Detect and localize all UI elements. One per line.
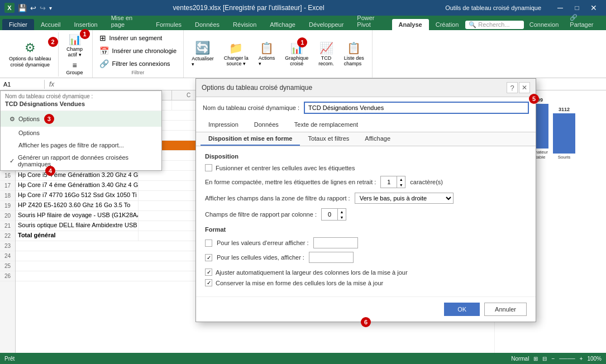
row-num: 22 xyxy=(0,231,15,241)
action-button[interactable]: 📋 Actions▾ xyxy=(255,39,279,69)
dialog-title: Options du tableau croisé dynamique xyxy=(202,84,312,92)
badge-5: 5 xyxy=(529,94,539,104)
status-layout[interactable]: ⊞ xyxy=(533,356,538,362)
colonne-spinner[interactable]: ▲ ▼ xyxy=(321,208,346,221)
recommended-button[interactable]: 📈 TCDrecom. xyxy=(315,39,337,69)
dialog: Options du tableau croisé dynamique ? ✕ … xyxy=(195,78,536,322)
status-zoom-in[interactable]: + xyxy=(580,356,583,362)
tab-developpeur[interactable]: Développeur xyxy=(302,19,350,30)
tab-analyse[interactable]: Analyse xyxy=(392,19,429,30)
tab-insertion[interactable]: Insertion xyxy=(67,19,104,30)
dropdown-item-options[interactable]: Options xyxy=(1,127,161,139)
annuler-button[interactable]: Annuler xyxy=(484,303,527,316)
quick-access-save[interactable]: 💾 xyxy=(18,4,27,12)
section-format-title: Format xyxy=(205,226,527,233)
refresh-button[interactable]: 🔄 Actualiser▾ xyxy=(188,39,217,69)
dialog-footer: 6 OK Annuler xyxy=(196,296,536,322)
title-bar-left: X 💾 ↩ ↪ ▾ xyxy=(4,3,52,13)
quick-access-undo[interactable]: ↩ xyxy=(30,4,36,12)
format1-label: Pour les valeurs d'erreur afficher : xyxy=(217,240,309,246)
main-area: A1 fx 9 10 11 12 13 14 15 16 17 18 19 20… xyxy=(0,78,606,364)
compact-up-arrow[interactable]: ▲ xyxy=(397,176,405,182)
dropdown-item-pages[interactable]: Afficher les pages de filtre de rapport.… xyxy=(1,139,161,151)
compact-value-input[interactable] xyxy=(381,176,397,188)
check-conserver[interactable]: ✓ xyxy=(205,279,212,286)
status-page[interactable]: ⊟ xyxy=(542,356,547,362)
tab-mise-en-page[interactable]: Mise en page xyxy=(104,12,150,30)
filtrer-connexions-button[interactable]: 🔗 Filtrer les connexions xyxy=(97,58,179,69)
badge-3: 3 xyxy=(44,114,54,124)
dialog-name-row: Nom du tableau croisé dynamique : 5 xyxy=(196,97,536,118)
quick-access-redo[interactable]: ↪ xyxy=(40,4,46,12)
filter-select[interactable]: Vers le bas, puis à droite Vers la droit… xyxy=(355,193,454,204)
groupe-button[interactable]: ≡ Groupe xyxy=(62,60,88,76)
tab-accueil[interactable]: Accueil xyxy=(34,19,67,30)
format1-input[interactable] xyxy=(313,237,358,248)
fx-label: fx xyxy=(45,80,59,88)
inserer-chronologie-button[interactable]: 📅 Insérer une chronologie xyxy=(97,45,179,56)
tab-affichage[interactable]: Affichage xyxy=(263,19,302,30)
colonne-down-arrow[interactable]: ▼ xyxy=(338,214,346,220)
row-num: 19 xyxy=(0,201,15,211)
ok-button[interactable]: OK xyxy=(444,303,480,316)
field-list-button[interactable]: 📋 Liste deschamps xyxy=(341,39,368,69)
dialog-close-button[interactable]: ✕ xyxy=(519,82,530,93)
check-fusionner-row: Fusionner et centrer les cellules avec l… xyxy=(205,164,527,171)
dropdown-item-generer[interactable]: ✓ Générer un rapport de données croisées… xyxy=(1,151,161,170)
dialog-content: Disposition Fusionner et centrer les cel… xyxy=(196,146,536,296)
status-zoom-bar: ──── xyxy=(559,356,575,362)
filter-label: Afficher les champs dans la zone de filt… xyxy=(205,195,350,202)
partager-btn[interactable]: 🔗 Partager xyxy=(564,12,604,30)
dialog-tabs-row2: Disposition et mise en forme Totaux et f… xyxy=(196,132,536,146)
name-box[interactable]: A1 xyxy=(0,80,45,89)
dialog-title-bar: Options du tableau croisé dynamique ? ✕ xyxy=(196,79,536,97)
colonne-up-arrow[interactable]: ▲ xyxy=(338,209,346,214)
tab-impression[interactable]: Impression xyxy=(201,118,246,132)
colonne-row: Champs de filtre de rapport par colonne … xyxy=(205,208,527,221)
check-fusionner[interactable] xyxy=(205,164,212,171)
check-ajuster[interactable]: ✓ xyxy=(205,269,212,276)
compact-row: En forme compactée, mettre les étiquette… xyxy=(205,176,527,188)
check-vides[interactable]: ✓ xyxy=(205,254,212,261)
dialog-name-input[interactable] xyxy=(304,102,529,114)
dialog-help-button[interactable]: ? xyxy=(507,82,518,93)
tcd-name-label: Nom du tableau croisé dynamique : xyxy=(5,93,157,99)
tab-texte[interactable]: Texte de remplacement xyxy=(287,118,366,132)
title-bar: X 💾 ↩ ↪ ▾ ventes2019.xlsx [Enregistré pa… xyxy=(0,0,606,16)
row-num: 24 xyxy=(0,251,15,261)
data-source-button[interactable]: 📁 Changer lasource ▾ xyxy=(221,39,252,69)
compact-unit-label: caractère(s) xyxy=(410,179,443,185)
tab-revision[interactable]: Révision xyxy=(226,19,263,30)
ribbon-group-options: ⚙ Options du tableaucroisé dynamique 2 📊… xyxy=(0,30,93,78)
compact-down-arrow[interactable]: ▼ xyxy=(397,182,405,188)
dialog-tabs-row1: Impression Données Texte de remplacement xyxy=(196,118,536,132)
status-normal[interactable]: Normal xyxy=(511,356,529,362)
tcd-name-value: TCD Désignations Vendues xyxy=(5,99,157,108)
badge-2: 2 xyxy=(48,37,58,47)
tab-donnees[interactable]: Données xyxy=(246,118,287,132)
inserer-segment-button[interactable]: ⊞ Insérer un segment xyxy=(97,32,179,44)
colonne-value-input[interactable] xyxy=(322,209,337,220)
check-erreur[interactable] xyxy=(205,240,212,247)
search-bar[interactable]: 🔍 Recherch... xyxy=(465,21,523,29)
connexion-btn[interactable]: Connexion xyxy=(524,19,565,30)
status-text: Prêt xyxy=(4,356,15,362)
section-disposition-title: Disposition xyxy=(205,153,527,160)
row-num: 18 xyxy=(0,191,15,201)
format2-input[interactable] xyxy=(309,252,354,263)
compact-spinner[interactable]: ▲ ▼ xyxy=(380,176,405,188)
tab-power-pivot[interactable]: Power Pivot xyxy=(350,12,392,30)
check4-label: Conserver la mise en forme des cellules … xyxy=(216,280,383,286)
tab-totaux[interactable]: Totaux et filtres xyxy=(300,132,357,146)
tab-fichier[interactable]: Fichier xyxy=(2,19,34,30)
tab-donnees[interactable]: Données xyxy=(188,19,226,30)
tab-creation[interactable]: Création xyxy=(429,19,466,30)
badge-6: 6 xyxy=(361,317,371,327)
tab-disposition[interactable]: Disposition et mise en forme xyxy=(201,132,300,146)
status-zoom-out[interactable]: − xyxy=(551,356,555,362)
check-fusionner-label: Fusionner et centrer les cellules avec l… xyxy=(216,165,355,171)
tab-affichage[interactable]: Affichage xyxy=(357,132,398,146)
pivot-chart-button[interactable]: 📊 1 Graphiquecroisé xyxy=(281,40,312,69)
dropdown-item-options-badge[interactable]: ⚙ Options 3 xyxy=(1,111,161,127)
tab-formules[interactable]: Formules xyxy=(149,19,188,30)
